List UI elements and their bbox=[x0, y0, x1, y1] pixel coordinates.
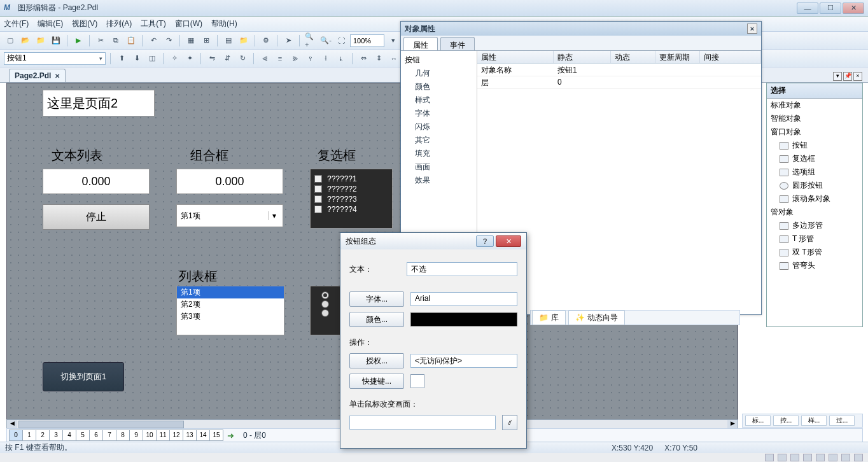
radio-1[interactable] bbox=[321, 291, 329, 299]
tray-icon[interactable] bbox=[816, 454, 825, 461]
snap-icon[interactable]: ⊞ bbox=[200, 34, 213, 47]
new-icon[interactable]: ▢ bbox=[4, 34, 17, 47]
grid-icon[interactable]: ▦ bbox=[185, 34, 197, 47]
layer-btn[interactable]: 4 bbox=[62, 430, 76, 441]
layer-btn[interactable]: 5 bbox=[76, 430, 90, 441]
object-selector[interactable]: 按钮1 bbox=[4, 52, 106, 65]
close-tab-icon[interactable]: ✕ bbox=[55, 73, 60, 80]
tree-item[interactable]: 效果 bbox=[405, 174, 473, 187]
group-icon[interactable]: ◫ bbox=[146, 52, 158, 65]
palette-item-polypipe[interactable]: 多边形管 bbox=[767, 219, 862, 232]
pointer-icon[interactable]: ➤ bbox=[282, 34, 295, 47]
checkbox-panel[interactable]: ??????1 ??????2 ??????3 ??????4 bbox=[310, 169, 393, 228]
palette-item-tpipe[interactable]: T 形管 bbox=[767, 232, 862, 246]
save-icon[interactable]: 💾 bbox=[50, 34, 62, 47]
align-top-icon[interactable]: ⫯ bbox=[304, 52, 317, 65]
paste-icon[interactable]: 📋 bbox=[125, 34, 137, 47]
rtab-styles[interactable]: 样... bbox=[801, 416, 827, 426]
palette-item-elbow[interactable]: 管弯头 bbox=[767, 259, 862, 272]
menu-help[interactable]: 帮助(H) bbox=[211, 18, 237, 29]
link-icon[interactable]: ⚙ bbox=[260, 34, 272, 47]
scroll-left-icon[interactable]: ◀ bbox=[7, 420, 17, 429]
align-left-icon[interactable]: ⫷ bbox=[258, 52, 271, 65]
tree-item[interactable]: 样式 bbox=[405, 94, 473, 107]
redo-icon[interactable]: ↷ bbox=[162, 34, 175, 47]
menu-arrange[interactable]: 排列(A) bbox=[106, 18, 132, 29]
palette-item-dtpipe[interactable]: 双 T形管 bbox=[767, 246, 862, 259]
tree-item[interactable]: 闪烁 bbox=[405, 120, 473, 134]
tree-item[interactable]: 其它 bbox=[405, 134, 473, 147]
cut-icon[interactable]: ✂ bbox=[94, 34, 107, 47]
checkbox-2[interactable] bbox=[314, 185, 322, 193]
palette-cat-window[interactable]: 窗口对象 bbox=[767, 125, 862, 139]
color-swatch[interactable] bbox=[410, 312, 517, 326]
radio-panel[interactable] bbox=[310, 286, 340, 335]
palette-item-checkbox[interactable]: 复选框 bbox=[767, 152, 862, 165]
list-item[interactable]: 第2项 bbox=[177, 298, 284, 311]
scroll-thumb[interactable] bbox=[18, 421, 184, 428]
picture-input[interactable] bbox=[349, 416, 496, 430]
tray-icon[interactable] bbox=[778, 454, 787, 461]
text-input[interactable] bbox=[407, 262, 517, 276]
checkbox-3[interactable] bbox=[314, 195, 322, 203]
stop-button[interactable]: 停止 bbox=[43, 204, 150, 230]
close-button[interactable]: ✕ bbox=[843, 3, 864, 14]
switch-page-button[interactable]: 切换到页面1 bbox=[43, 362, 124, 391]
combo-value[interactable]: 0.000 bbox=[176, 169, 283, 194]
menu-tools[interactable]: 工具(T) bbox=[141, 18, 165, 29]
tree-item[interactable]: 颜色 bbox=[405, 80, 473, 94]
zoom-combo[interactable] bbox=[350, 34, 384, 47]
list-item[interactable]: 第3项 bbox=[177, 311, 284, 323]
radio-2[interactable] bbox=[321, 300, 329, 308]
send-back-icon[interactable]: ⬇ bbox=[130, 52, 143, 65]
layer-btn[interactable]: 8 bbox=[116, 430, 130, 441]
combo-select[interactable]: 第1项▾ bbox=[176, 204, 283, 227]
palette-cat-standard[interactable]: 标准对象 bbox=[767, 99, 862, 112]
wand2-icon[interactable]: ✦ bbox=[183, 52, 196, 65]
flip-h-icon[interactable]: ⇋ bbox=[206, 52, 218, 65]
zoomfit-icon[interactable]: ⛶ bbox=[335, 34, 347, 47]
tree-item[interactable]: 填充 bbox=[405, 147, 473, 160]
dialog-close-button[interactable]: ✕ bbox=[496, 235, 521, 247]
wand-icon[interactable]: ✧ bbox=[168, 52, 181, 65]
layer-btn[interactable]: 11 bbox=[156, 430, 170, 441]
tray-icon[interactable] bbox=[790, 454, 799, 461]
props-close-icon[interactable]: × bbox=[747, 24, 757, 34]
tree-item[interactable]: 几何 bbox=[405, 67, 473, 80]
layer-btn[interactable]: 7 bbox=[102, 430, 116, 441]
textlist-value[interactable]: 0.000 bbox=[43, 169, 150, 194]
layer-btn[interactable]: 13 bbox=[183, 430, 197, 441]
palette-dropdown-icon[interactable]: ▾ bbox=[833, 72, 842, 81]
layer-btn[interactable]: 6 bbox=[89, 430, 103, 441]
align-right-icon[interactable]: ⫸ bbox=[289, 52, 302, 65]
layer-btn[interactable]: 3 bbox=[49, 430, 63, 441]
open2-icon[interactable]: 📁 bbox=[34, 34, 47, 47]
maximize-button[interactable]: ☐ bbox=[820, 3, 841, 14]
menu-window[interactable]: 窗口(W) bbox=[175, 18, 202, 29]
layer-btn[interactable]: 1 bbox=[22, 430, 36, 441]
tray-icon[interactable] bbox=[803, 454, 812, 461]
dynamic-wizard-tab[interactable]: ✨动态向导 bbox=[568, 311, 625, 325]
tree-item[interactable]: 画面 bbox=[405, 160, 473, 174]
zoomin-icon[interactable]: 🔍+ bbox=[304, 34, 317, 47]
color-button[interactable]: 颜色... bbox=[349, 312, 404, 327]
props-tab-events[interactable]: 事件 bbox=[440, 37, 475, 50]
dropdown-icon[interactable]: ▾ bbox=[387, 34, 400, 47]
grid-row[interactable]: 对象名称 按钮1 bbox=[477, 64, 761, 76]
tree-item[interactable]: 字体 bbox=[405, 107, 473, 120]
browse-picture-button[interactable]: ⫽ bbox=[502, 415, 517, 430]
layer-btn[interactable]: 12 bbox=[169, 430, 183, 441]
library-tab[interactable]: 📁库 bbox=[532, 311, 566, 325]
layer-btn[interactable]: 9 bbox=[129, 430, 143, 441]
auth-button[interactable]: 授权... bbox=[349, 353, 404, 368]
flip-v-icon[interactable]: ⇵ bbox=[221, 52, 234, 65]
palette-pin-icon[interactable]: 📌 bbox=[843, 72, 852, 81]
same-w-icon[interactable]: ↔ bbox=[388, 52, 400, 65]
menu-edit[interactable]: 编辑(E) bbox=[38, 18, 63, 29]
listbox[interactable]: 第1项 第2项 第3项 bbox=[176, 286, 284, 335]
menu-file[interactable]: 文件(F) bbox=[4, 18, 29, 29]
tray-icon[interactable] bbox=[854, 454, 863, 461]
tray-icon[interactable] bbox=[829, 454, 837, 461]
palette-item-optiongroup[interactable]: 选项组 bbox=[767, 165, 862, 179]
document-tab[interactable]: Page2.Pdl ✕ bbox=[9, 69, 66, 82]
